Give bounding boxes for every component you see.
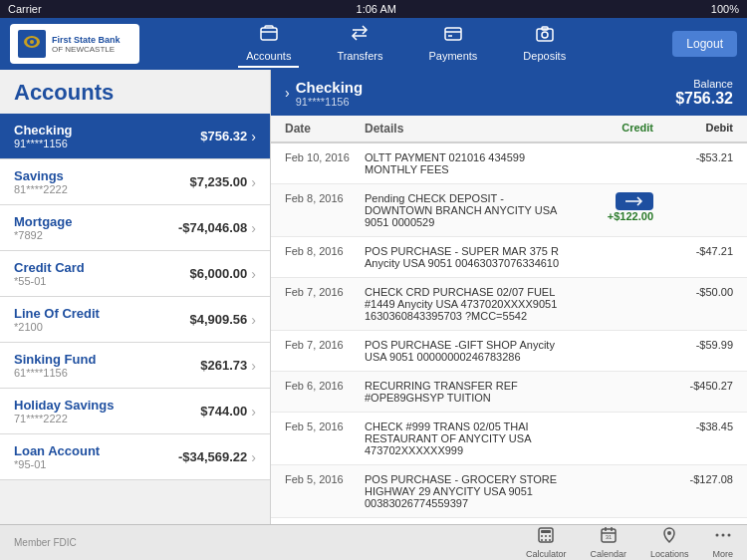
table-row: Feb 2, 2016 CHECK CRD PURCHASE 02/02 FUE… xyxy=(271,518,747,524)
svg-text:31: 31 xyxy=(605,534,612,540)
nav-calculator[interactable]: Calculator xyxy=(526,526,567,559)
accounts-icon xyxy=(259,24,279,47)
account-num: *55-01 xyxy=(14,275,189,287)
account-name: Holiday Savings xyxy=(14,398,200,413)
more-label: More xyxy=(712,549,733,559)
table-row: Feb 8, 2016 Pending CHECK DEPOSIT - DOWN… xyxy=(271,184,747,237)
svg-point-20 xyxy=(541,535,543,537)
account-item-loan[interactable]: Loan Account *95-01 -$34,569.22 › xyxy=(0,434,270,480)
nav-deposits[interactable]: Deposits xyxy=(515,20,574,68)
svg-point-33 xyxy=(721,534,724,537)
svg-point-22 xyxy=(549,535,551,537)
calendar-label: Calendar xyxy=(590,549,626,559)
time-label: 1:06 AM xyxy=(357,3,396,15)
table-row: Feb 8, 2016 POS PURCHASE - SUPER MAR 375… xyxy=(271,237,747,278)
account-num: *2100 xyxy=(14,321,189,333)
more-icon xyxy=(714,526,732,548)
account-balance: $261.73 xyxy=(200,358,247,373)
accounts-label: Accounts xyxy=(246,50,291,62)
account-name: Savings xyxy=(14,168,189,183)
account-balance: $6,000.00 xyxy=(189,266,247,281)
svg-point-23 xyxy=(541,539,543,541)
account-name: Sinking Fund xyxy=(14,352,200,367)
content-area: › Checking 91****1156 Balance $756.32 Da… xyxy=(271,70,747,524)
carrier-label: Carrier xyxy=(8,3,42,15)
top-nav: First State Bank OF NEWCASTLE Accounts T… xyxy=(0,18,747,70)
svg-point-12 xyxy=(542,32,548,38)
col-details-header: Details xyxy=(365,122,574,136)
sidebar: Accounts Checking 91****1156 $756.32 › S… xyxy=(0,70,271,524)
table-header: Date Details Credit Debit xyxy=(271,116,747,143)
svg-point-32 xyxy=(715,534,718,537)
member-fdic: Member FDIC xyxy=(14,537,77,548)
transaction-table[interactable]: Feb 10, 2016 OLTT PAYMENT 021016 434599 … xyxy=(271,143,747,524)
account-num: *7892 xyxy=(14,229,178,241)
locations-icon xyxy=(660,526,678,548)
table-row: Feb 6, 2016 RECURRING TRANSFER REF #OPE8… xyxy=(271,372,747,413)
calculator-label: Calculator xyxy=(526,549,567,559)
nav-more[interactable]: More xyxy=(712,526,733,559)
account-item-holiday-savings[interactable]: Holiday Savings 71****2222 $744.00 › xyxy=(0,389,270,434)
account-balance: $756.32 xyxy=(200,129,247,143)
svg-rect-11 xyxy=(537,29,553,41)
header-account-name: Checking xyxy=(296,79,364,96)
account-item-line-of-credit[interactable]: Line Of Credit *2100 $4,909.56 › xyxy=(0,297,270,343)
table-row: Feb 10, 2016 OLTT PAYMENT 021016 434599 … xyxy=(271,143,747,184)
chevron-icon: › xyxy=(251,220,256,236)
chevron-icon: › xyxy=(251,404,256,420)
account-item-mortgage[interactable]: Mortgage *7892 -$74,046.08 › xyxy=(0,205,270,251)
account-item-savings[interactable]: Savings 81****2222 $7,235.00 › xyxy=(0,159,270,205)
table-row: Feb 7, 2016 POS PURCHASE -GIFT SHOP Anyc… xyxy=(271,331,747,372)
chevron-icon: › xyxy=(251,312,256,328)
chevron-icon: › xyxy=(251,129,256,144)
account-item-credit-card[interactable]: Credit Card *55-01 $6,000.00 › xyxy=(0,251,270,297)
sidebar-title: Accounts xyxy=(0,70,270,114)
battery-label: 100% xyxy=(711,3,739,15)
nav-calendar[interactable]: 31 Calendar xyxy=(590,526,626,559)
table-row: Feb 5, 2016 CHECK #999 TRANS 02/05 THAI … xyxy=(271,413,747,465)
header-balance: $756.32 xyxy=(675,90,733,108)
account-name: Mortgage xyxy=(14,214,178,229)
col-date-header: Date xyxy=(285,122,365,136)
deposits-label: Deposits xyxy=(523,50,566,62)
expand-icon: › xyxy=(285,85,290,101)
calculator-icon xyxy=(537,526,555,548)
bank-name-text: First State Bank OF NEWCASTLE xyxy=(52,35,121,54)
main-layout: Accounts Checking 91****1156 $756.32 › S… xyxy=(0,70,747,524)
account-item-checking[interactable]: Checking 91****1156 $756.32 › xyxy=(0,114,270,159)
chevron-icon: › xyxy=(251,266,256,282)
table-row: Feb 5, 2016 POS PURCHASE - GROCERY STORE… xyxy=(271,465,747,518)
bottom-nav: Calculator 31 Calendar Locations More xyxy=(526,526,733,559)
transfers-icon xyxy=(350,24,370,47)
account-name: Checking xyxy=(14,123,200,138)
bottom-bar: Member FDIC Calculator 31 Calendar Locat… xyxy=(0,524,747,560)
account-name: Loan Account xyxy=(14,443,178,458)
nav-locations[interactable]: Locations xyxy=(650,526,689,559)
bank-logo-icon xyxy=(18,30,46,58)
account-name: Line Of Credit xyxy=(14,306,189,321)
bank-logo: First State Bank OF NEWCASTLE xyxy=(10,24,139,64)
account-item-sinking-fund[interactable]: Sinking Fund 61****1156 $261.73 › xyxy=(0,343,270,389)
logout-button[interactable]: Logout xyxy=(672,31,737,57)
nav-payments[interactable]: Payments xyxy=(420,20,485,68)
balance-label: Balance xyxy=(675,78,733,90)
account-balance: -$74,046.08 xyxy=(178,220,247,235)
account-name: Credit Card xyxy=(14,260,189,275)
svg-point-21 xyxy=(545,535,547,537)
nav-transfers[interactable]: Transfers xyxy=(329,20,390,68)
svg-point-31 xyxy=(667,531,671,535)
account-balance: $7,235.00 xyxy=(189,174,247,189)
svg-point-3 xyxy=(30,40,34,44)
svg-rect-4 xyxy=(261,28,277,40)
col-credit-header: Credit xyxy=(574,122,653,136)
deposits-icon xyxy=(535,24,555,47)
nav-accounts[interactable]: Accounts xyxy=(238,20,299,68)
svg-point-25 xyxy=(549,539,551,541)
table-row: Feb 7, 2016 CHECK CRD PURCHASE 02/07 FUE… xyxy=(271,278,747,331)
deposit-badge xyxy=(616,192,653,210)
payments-label: Payments xyxy=(428,50,477,62)
nav-items: Accounts Transfers Payments Deposits xyxy=(139,20,672,68)
account-num: 91****1156 xyxy=(14,138,200,149)
account-num: 61****1156 xyxy=(14,367,200,379)
locations-label: Locations xyxy=(650,549,689,559)
